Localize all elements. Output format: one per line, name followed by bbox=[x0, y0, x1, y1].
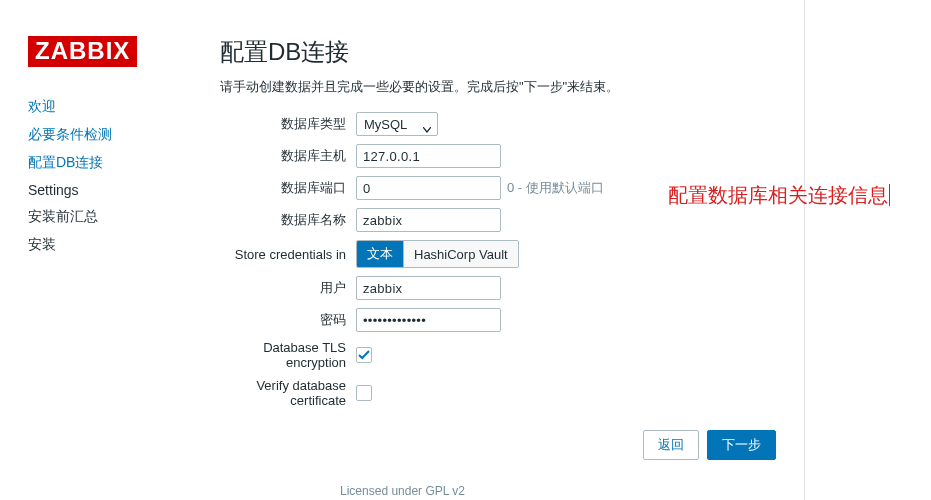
store-cred-vault[interactable]: HashiCorp Vault bbox=[403, 241, 518, 267]
footer-license: Licensed under GPL v2 bbox=[0, 484, 805, 500]
back-button[interactable]: 返回 bbox=[643, 430, 699, 460]
db-config-form: 数据库类型 MySQL 数据库主机 数据库端口 bbox=[220, 112, 776, 416]
tls-label: Database TLS encryption bbox=[220, 340, 356, 370]
db-type-select[interactable]: MySQL bbox=[356, 112, 438, 136]
db-host-input[interactable] bbox=[356, 144, 501, 168]
store-cred-text[interactable]: 文本 bbox=[357, 241, 403, 267]
step-summary[interactable]: 安装前汇总 bbox=[28, 203, 204, 231]
annotation-text: 配置数据库相关连接信息 bbox=[668, 182, 890, 209]
page-subtitle: 请手动创建数据并且完成一些必要的设置。完成后按"下一步"来结束。 bbox=[220, 78, 776, 96]
step-welcome[interactable]: 欢迎 bbox=[28, 93, 204, 121]
step-settings[interactable]: Settings bbox=[28, 177, 204, 203]
db-host-label: 数据库主机 bbox=[220, 147, 356, 165]
verify-cert-checkbox[interactable] bbox=[356, 385, 372, 401]
step-prereq[interactable]: 必要条件检测 bbox=[28, 121, 204, 149]
user-label: 用户 bbox=[220, 279, 356, 297]
db-type-label: 数据库类型 bbox=[220, 115, 356, 133]
store-cred-label: Store credentials in bbox=[220, 247, 356, 262]
db-port-hint: 0 - 使用默认端口 bbox=[507, 179, 604, 197]
user-input[interactable] bbox=[356, 276, 501, 300]
password-input[interactable] bbox=[356, 308, 501, 332]
tls-checkbox[interactable] bbox=[356, 347, 372, 363]
step-install[interactable]: 安装 bbox=[28, 231, 204, 259]
db-port-label: 数据库端口 bbox=[220, 179, 356, 197]
next-button[interactable]: 下一步 bbox=[707, 430, 776, 460]
logo: ZABBIX bbox=[28, 36, 137, 67]
verify-cert-label: Verify database certificate bbox=[220, 378, 356, 408]
check-icon bbox=[358, 350, 370, 360]
page-title: 配置DB连接 bbox=[220, 36, 776, 68]
password-label: 密码 bbox=[220, 311, 356, 329]
db-name-input[interactable] bbox=[356, 208, 501, 232]
db-name-label: 数据库名称 bbox=[220, 211, 356, 229]
db-port-input[interactable] bbox=[356, 176, 501, 200]
store-cred-group: 文本 HashiCorp Vault bbox=[356, 240, 519, 268]
step-list: 欢迎 必要条件检测 配置DB连接 Settings 安装前汇总 安装 bbox=[28, 93, 204, 259]
step-db[interactable]: 配置DB连接 bbox=[28, 149, 204, 177]
